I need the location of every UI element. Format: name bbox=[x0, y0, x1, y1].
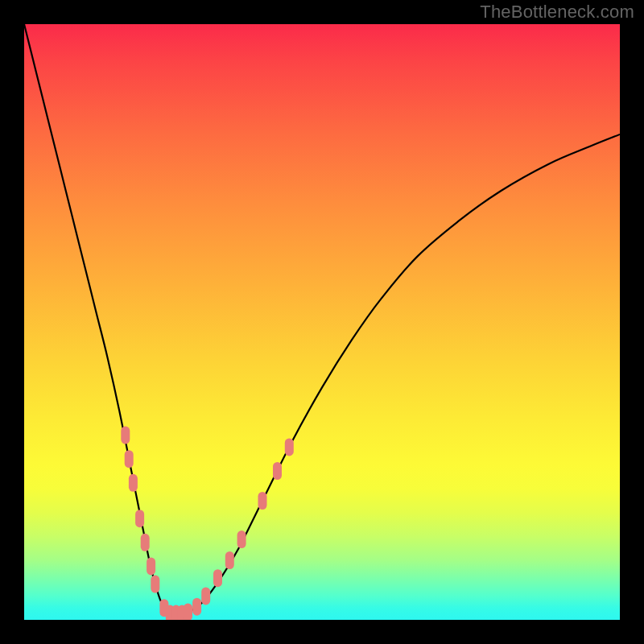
curve-marker bbox=[237, 530, 246, 548]
chart-frame: TheBottleneck.com bbox=[0, 0, 644, 644]
curve-marker bbox=[213, 569, 222, 587]
curve-marker bbox=[273, 462, 282, 480]
curve-marker bbox=[184, 603, 192, 620]
plot-area bbox=[24, 24, 620, 620]
curve-marker bbox=[135, 510, 144, 527]
curve-marker bbox=[192, 598, 201, 616]
curve-marker bbox=[285, 438, 294, 456]
bottleneck-curve bbox=[24, 24, 620, 614]
curve-marker bbox=[147, 557, 155, 575]
curve-marker bbox=[258, 492, 267, 510]
curve-marker bbox=[151, 576, 159, 593]
curve-marker bbox=[129, 474, 138, 492]
watermark-text: TheBottleneck.com bbox=[480, 2, 634, 23]
curve-marker bbox=[141, 534, 150, 551]
marker-group bbox=[121, 427, 293, 620]
curve-marker bbox=[225, 551, 234, 569]
curve-marker bbox=[201, 587, 210, 605]
curve-marker bbox=[121, 427, 130, 444]
curve-layer bbox=[24, 24, 620, 620]
curve-marker bbox=[125, 450, 134, 468]
